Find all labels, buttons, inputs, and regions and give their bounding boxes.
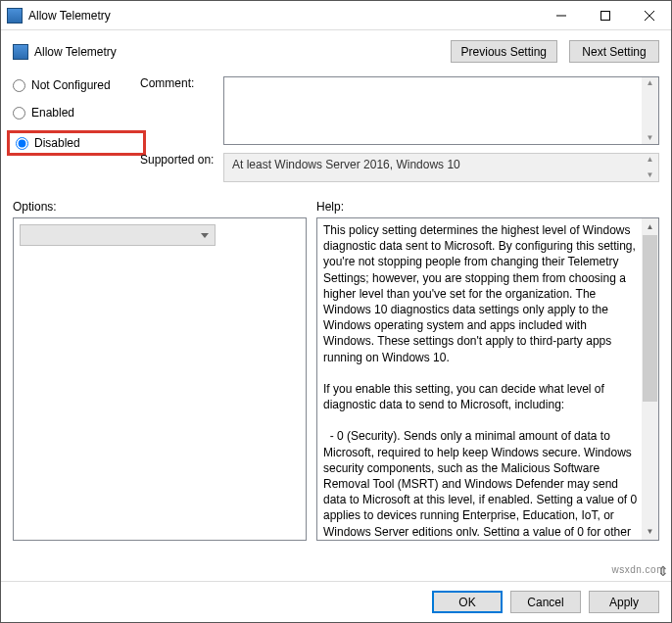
radio-not-configured-input[interactable]	[13, 79, 25, 92]
supported-scrollbar[interactable]: ▲▼	[642, 154, 658, 181]
radio-enabled-label: Enabled	[31, 106, 74, 120]
help-pane: This policy setting determines the highe…	[316, 217, 659, 541]
radio-not-configured-label: Not Configured	[31, 78, 111, 92]
next-setting-button[interactable]: Next Setting	[569, 40, 659, 63]
previous-setting-button[interactable]: Previous Setting	[451, 40, 557, 63]
radio-disabled-label: Disabled	[34, 136, 80, 150]
help-label: Help:	[316, 200, 344, 214]
options-pane	[13, 217, 307, 541]
app-icon	[7, 8, 23, 24]
supported-on-value: At least Windows Server 2016, Windows 10	[232, 158, 460, 171]
apply-button[interactable]: Apply	[589, 591, 659, 613]
radio-enabled-input[interactable]	[13, 107, 25, 120]
watermark: wsxdn.com	[611, 564, 665, 575]
svg-rect-1	[600, 11, 609, 20]
options-label: Options:	[13, 200, 316, 214]
close-button[interactable]	[627, 1, 671, 30]
maximize-button[interactable]	[583, 1, 627, 30]
radio-enabled[interactable]: Enabled	[13, 106, 140, 120]
policy-title: Allow Telemetry	[34, 45, 117, 59]
options-combobox[interactable]	[20, 224, 216, 246]
supported-on-field: At least Windows Server 2016, Windows 10…	[223, 153, 659, 182]
minimize-button[interactable]	[539, 1, 583, 30]
ok-button[interactable]: OK	[432, 591, 503, 613]
comment-label: Comment:	[140, 76, 223, 90]
help-text: This policy setting determines the highe…	[323, 222, 639, 536]
cancel-button[interactable]: Cancel	[510, 591, 581, 613]
header: Allow Telemetry Previous Setting Next Se…	[1, 30, 671, 76]
supported-on-label: Supported on:	[140, 153, 223, 167]
radio-disabled-input[interactable]	[16, 137, 28, 150]
policy-icon	[13, 44, 28, 60]
radio-disabled[interactable]: Disabled	[7, 130, 146, 156]
footer: OK Cancel Apply	[1, 581, 671, 622]
radio-not-configured[interactable]: Not Configured	[13, 78, 140, 92]
window-title: Allow Telemetry	[28, 9, 539, 23]
comment-scrollbar[interactable]: ▲▼	[642, 77, 658, 144]
titlebar: Allow Telemetry	[1, 1, 671, 30]
help-scrollbar[interactable]: ▲▼	[642, 218, 658, 540]
comment-textarea[interactable]: ▲▼	[223, 76, 659, 145]
